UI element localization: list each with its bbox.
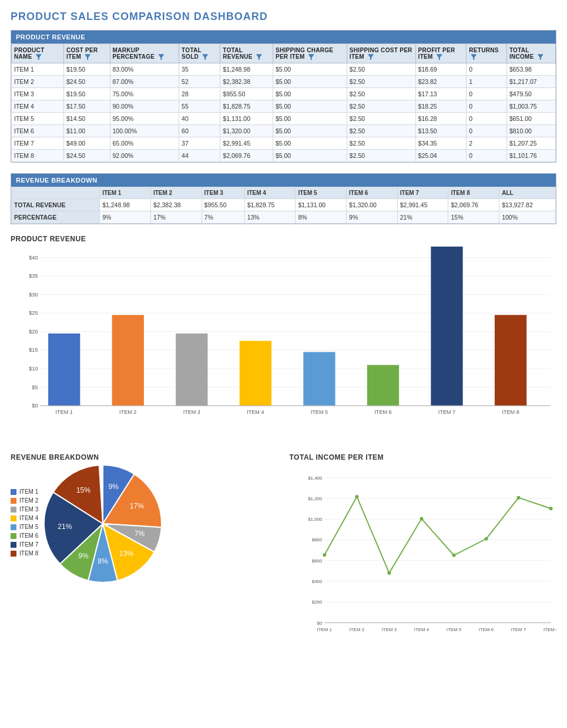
col-product-name: PRODUCT NAME bbox=[12, 44, 64, 63]
svg-text:$35: $35 bbox=[29, 274, 38, 279]
cell-profit_per_item: $13.50 bbox=[415, 125, 467, 137]
pie-chart-svg: 9%17%7%13%8%9%21%15% bbox=[44, 465, 162, 582]
filter-icon-markup[interactable] bbox=[158, 54, 164, 60]
cell-shipping_cost_per_item: $2.50 bbox=[347, 125, 415, 137]
svg-text:17%: 17% bbox=[130, 502, 144, 510]
svg-point-70 bbox=[484, 537, 488, 541]
filter-icon-shipping-charge[interactable] bbox=[308, 54, 314, 60]
col-cost-per-item: COST PER ITEM bbox=[63, 44, 110, 63]
pie-chart-title: REVENUE BREAKDOWN bbox=[11, 453, 278, 461]
cell-product_name: ITEM 8 bbox=[12, 150, 64, 162]
cell-product_name: ITEM 3 bbox=[12, 88, 64, 100]
legend-color bbox=[11, 551, 16, 557]
table-row: ITEM 1$19.5083.00%35$1,248.98$5.00$2.50$… bbox=[12, 63, 556, 76]
filter-icon-revenue[interactable] bbox=[256, 54, 262, 60]
cell-total_income: $479.50 bbox=[506, 88, 555, 100]
svg-text:ITEM 6: ITEM 6 bbox=[374, 410, 391, 416]
col-total-revenue: TOTAL REVENUE bbox=[220, 44, 273, 63]
svg-text:ITEM 8: ITEM 8 bbox=[543, 627, 556, 632]
breakdown-cell: $1,248.98 bbox=[100, 199, 151, 211]
svg-text:ITEM 4: ITEM 4 bbox=[414, 627, 429, 632]
breakdown-col-item4: ITEM 4 bbox=[244, 187, 296, 199]
breakdown-cell: $955.50 bbox=[202, 199, 244, 211]
table-row: ITEM 7$49.0065.00%37$2,991.45$5.00$2.50$… bbox=[12, 137, 556, 150]
cell-total_sold: 40 bbox=[179, 113, 220, 125]
breakdown-cell: $13,927.82 bbox=[499, 199, 556, 211]
svg-text:ITEM 8: ITEM 8 bbox=[502, 410, 519, 416]
legend-label: ITEM 1 bbox=[19, 488, 38, 495]
cell-total_sold: 28 bbox=[179, 88, 220, 100]
cell-total_income: $810.00 bbox=[506, 125, 555, 137]
product-revenue-header: PRODUCT REVENUE bbox=[11, 31, 556, 43]
cell-total_sold: 52 bbox=[179, 76, 220, 88]
filter-icon-sold[interactable] bbox=[202, 54, 208, 60]
svg-text:$10: $10 bbox=[29, 366, 38, 372]
product-revenue-section: PRODUCT REVENUE PRODUCT NAME COST PER IT… bbox=[11, 30, 556, 163]
breakdown-cell: 9% bbox=[100, 211, 151, 224]
svg-text:ITEM 5: ITEM 5 bbox=[446, 627, 461, 632]
cell-shipping_cost_per_item: $2.50 bbox=[347, 88, 415, 100]
cell-markup_percentage: 95.00% bbox=[110, 113, 179, 125]
breakdown-col-item7: ITEM 7 bbox=[397, 187, 448, 199]
cell-total_revenue: $2,069.76 bbox=[220, 150, 273, 162]
legend-item: ITEM 3 bbox=[11, 506, 38, 513]
breakdown-cell: $1,131.00 bbox=[296, 199, 347, 211]
legend-label: ITEM 4 bbox=[19, 515, 38, 521]
cell-total_revenue: $1,320.00 bbox=[220, 125, 273, 137]
table-row: ITEM 4$17.5090.00%55$1,828.75$5.00$2.50$… bbox=[12, 100, 556, 113]
table-row: ITEM 6$11.00100.00%60$1,320.00$5.00$2.50… bbox=[12, 125, 556, 137]
cell-shipping_charge_per_item: $5.00 bbox=[273, 113, 347, 125]
table-row: ITEM 2$24.5087.00%52$2,382.38$5.00$2.50$… bbox=[12, 76, 556, 88]
cell-cost_per_item: $17.50 bbox=[63, 100, 110, 113]
svg-text:$15: $15 bbox=[29, 348, 38, 353]
svg-text:9%: 9% bbox=[78, 552, 89, 560]
filter-icon-returns[interactable] bbox=[471, 54, 477, 60]
breakdown-col-item6: ITEM 6 bbox=[347, 187, 398, 199]
breakdown-cell: 7% bbox=[202, 211, 244, 224]
cell-returns: 0 bbox=[467, 63, 507, 76]
filter-icon-shipping-cost[interactable] bbox=[368, 54, 374, 60]
cell-markup_percentage: 100.00% bbox=[110, 125, 179, 137]
svg-text:$600: $600 bbox=[311, 558, 322, 564]
cell-total_revenue: $2,991.45 bbox=[220, 137, 273, 150]
svg-text:ITEM 4: ITEM 4 bbox=[247, 410, 264, 416]
cell-markup_percentage: 65.00% bbox=[110, 137, 179, 150]
breakdown-cell: $1,828.75 bbox=[244, 199, 296, 211]
cell-cost_per_item: $24.50 bbox=[63, 150, 110, 162]
svg-rect-28 bbox=[367, 365, 399, 406]
breakdown-cell: 15% bbox=[448, 211, 499, 224]
filter-icon-profit[interactable] bbox=[437, 54, 442, 60]
legend-label: ITEM 6 bbox=[19, 532, 38, 539]
cell-returns: 0 bbox=[467, 125, 507, 137]
breakdown-row: PERCENTAGE9%17%7%13%8%9%21%15%100% bbox=[12, 211, 556, 224]
col-shipping-cost: SHIPPING COST PER ITEM bbox=[347, 44, 415, 63]
filter-icon-income[interactable] bbox=[538, 54, 543, 60]
cell-shipping_charge_per_item: $5.00 bbox=[273, 125, 347, 137]
bar-chart-section: PRODUCT REVENUE $0$5$10$15$20$25$30$35$4… bbox=[11, 235, 556, 434]
page-title: PRODUCT SALES COMPARISON DASHBOARD bbox=[11, 11, 556, 23]
svg-text:$0: $0 bbox=[317, 621, 322, 626]
breakdown-cell: 9% bbox=[347, 211, 398, 224]
svg-text:$0: $0 bbox=[32, 403, 38, 409]
table-header-row: PRODUCT NAME COST PER ITEM MARKUP PERCEN… bbox=[12, 44, 556, 63]
svg-text:ITEM 3: ITEM 3 bbox=[183, 410, 200, 416]
breakdown-col-all: ALL bbox=[499, 187, 556, 199]
cell-total_income: $1,101.76 bbox=[506, 150, 555, 162]
svg-text:ITEM 2: ITEM 2 bbox=[349, 627, 364, 632]
cell-shipping_charge_per_item: $5.00 bbox=[273, 100, 347, 113]
cell-shipping_charge_per_item: $5.00 bbox=[273, 63, 347, 76]
breakdown-cell: $2,991.45 bbox=[397, 199, 448, 211]
table-row: ITEM 8$24.5092.00%44$2,069.76$5.00$2.50$… bbox=[12, 150, 556, 162]
breakdown-header-row: ITEM 1 ITEM 2 ITEM 3 ITEM 4 ITEM 5 ITEM … bbox=[12, 187, 556, 199]
filter-icon-product[interactable] bbox=[36, 54, 42, 60]
svg-text:$25: $25 bbox=[29, 311, 38, 316]
breakdown-col-item8: ITEM 8 bbox=[448, 187, 499, 199]
cell-total_income: $651.00 bbox=[506, 113, 555, 125]
svg-point-72 bbox=[516, 496, 520, 500]
cell-cost_per_item: $14.50 bbox=[63, 113, 110, 125]
revenue-breakdown-header: REVENUE BREAKDOWN bbox=[11, 174, 556, 187]
svg-text:ITEM 6: ITEM 6 bbox=[478, 627, 494, 632]
cell-profit_per_item: $34.35 bbox=[415, 137, 467, 150]
filter-icon-cost[interactable] bbox=[85, 54, 90, 60]
legend-item: ITEM 1 bbox=[11, 488, 38, 495]
